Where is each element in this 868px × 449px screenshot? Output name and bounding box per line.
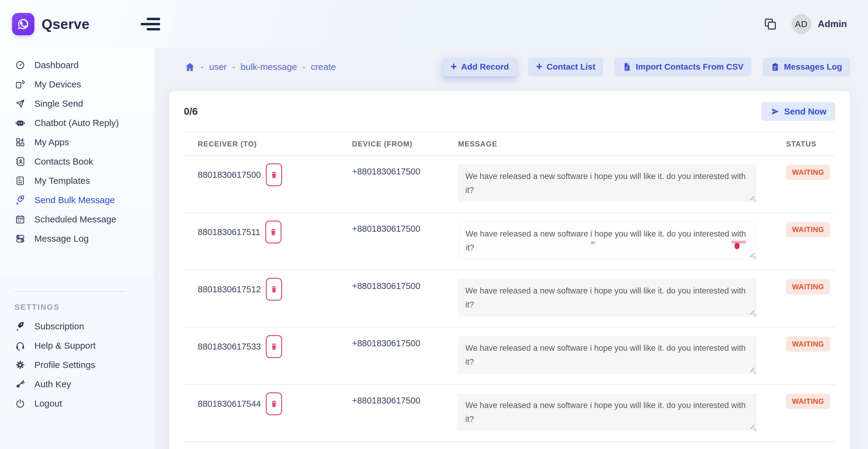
avatar[interactable]: AD xyxy=(792,14,811,34)
key-icon xyxy=(14,379,26,389)
breadcrumb-separator: - xyxy=(302,62,305,72)
topbar: Qserve AD Admin xyxy=(0,0,868,48)
device-number: +8801830617500 xyxy=(338,327,444,385)
device-number: +8801830617500 xyxy=(338,213,444,270)
sidebar-item-my-templates[interactable]: My Templates xyxy=(0,171,154,190)
sidebar: Dashboard My Devices Single Send Chatbot… xyxy=(0,48,154,449)
breadcrumb-bulk-message[interactable]: bulk-message xyxy=(241,62,297,72)
rocket-icon xyxy=(14,195,26,205)
sidebar-item-label: My Apps xyxy=(34,137,69,147)
sidebar-item-help-support[interactable]: Help & Support xyxy=(0,336,154,355)
import-contacts-csv-button[interactable]: Import Contacts From CSV xyxy=(615,58,751,76)
power-icon xyxy=(14,398,26,409)
send-progress-counter: 0/6 xyxy=(184,106,198,117)
sidebar-item-chatbot[interactable]: Chatbot (Auto Reply) xyxy=(0,113,154,133)
receiver-number: 8801830617511 xyxy=(198,227,260,237)
message-textarea[interactable]: We have released a new software i hope y… xyxy=(458,279,756,317)
column-header-status: STATUS xyxy=(757,132,836,156)
bulk-table: RECEIVER (TO) DEVICE (FROM) MESSAGE STAT… xyxy=(183,132,836,442)
sidebar-item-my-apps[interactable]: My Apps xyxy=(0,133,154,152)
device-signal-icon xyxy=(14,79,26,90)
breadcrumb-user[interactable]: user xyxy=(209,62,227,72)
sidebar-item-logout[interactable]: Logout xyxy=(0,394,154,413)
grammar-checker-dot-icon[interactable] xyxy=(735,243,740,249)
message-text: hope you will like it. do you interested xyxy=(592,229,732,238)
sidebar-item-send-bulk-message[interactable]: Send Bulk Message xyxy=(0,190,154,210)
sidebar-item-label: Chatbot (Auto Reply) xyxy=(34,118,119,128)
message-textarea[interactable]: We have released a new software i hope y… xyxy=(458,393,756,431)
rocket-filled-icon xyxy=(14,321,26,331)
sidebar-item-auth-key[interactable]: Auth Key xyxy=(0,375,154,394)
user-name[interactable]: Admin xyxy=(818,19,847,30)
breadcrumb-home-link[interactable] xyxy=(184,62,195,72)
action-buttons: + Add Record + Contact List Import Conta… xyxy=(443,58,850,76)
sidebar-item-subscription[interactable]: Subscription xyxy=(0,317,154,336)
breadcrumb-create[interactable]: create xyxy=(311,62,336,72)
dashboard-icon xyxy=(14,60,26,70)
send-plane-icon xyxy=(770,107,779,116)
messages-log-button[interactable]: Messages Log xyxy=(763,58,850,76)
receiver-number: 8801830617544 xyxy=(198,399,261,409)
clipboard-icon xyxy=(771,62,780,71)
trash-icon xyxy=(270,285,278,293)
contacts-book-icon xyxy=(14,156,26,167)
delete-row-button[interactable] xyxy=(266,392,282,415)
device-number: +8801830617500 xyxy=(338,156,444,213)
status-badge: WAITING xyxy=(786,394,830,409)
status-badge: WAITING xyxy=(786,279,830,294)
hamburger-icon xyxy=(147,18,160,20)
table-row: 8801830617533 +8801830617500 We have rel… xyxy=(183,327,836,385)
sidebar-item-scheduled-message[interactable]: Scheduled Message xyxy=(0,210,154,229)
sidebar-toggle-button[interactable] xyxy=(138,15,163,33)
receiver-number: 8801830617500 xyxy=(198,170,261,180)
sidebar-item-label: Auth Key xyxy=(34,379,71,389)
settings-heading: SETTINGS xyxy=(0,302,154,312)
sidebar-item-my-devices[interactable]: My Devices xyxy=(0,75,154,94)
import-contacts-label: Import Contacts From CSV xyxy=(636,62,744,72)
send-now-button[interactable]: Send Now xyxy=(761,102,835,121)
trash-icon xyxy=(270,170,278,179)
sidebar-item-message-log[interactable]: Message Log xyxy=(0,229,154,248)
toggles-icon xyxy=(14,233,26,244)
sidebar-item-label: Contacts Book xyxy=(34,156,93,167)
apps-grid-icon xyxy=(14,137,26,147)
sidebar-divider xyxy=(14,291,125,292)
sidebar-item-dashboard[interactable]: Dashboard xyxy=(0,56,154,75)
add-record-button[interactable]: + Add Record xyxy=(443,58,517,76)
delete-row-button[interactable] xyxy=(266,163,282,186)
gear-icon xyxy=(14,360,26,370)
delete-row-button[interactable] xyxy=(266,335,282,358)
message-text: We have released a new software xyxy=(466,229,590,238)
message-textarea[interactable]: We have released a new software i hope y… xyxy=(458,336,756,374)
delete-row-button[interactable] xyxy=(266,278,282,301)
sidebar-item-label: Scheduled Message xyxy=(34,214,116,224)
sidebar-item-label: Profile Settings xyxy=(34,360,95,370)
sidebar-item-profile-settings[interactable]: Profile Settings xyxy=(0,355,154,375)
status-badge: WAITING xyxy=(786,336,830,352)
breadcrumb: - user - bulk-message - create xyxy=(184,62,336,72)
sidebar-item-single-send[interactable]: Single Send xyxy=(0,94,154,113)
sidebar-item-label: Dashboard xyxy=(34,60,79,70)
table-row: 8801830617544 +8801830617500 We have rel… xyxy=(183,385,836,442)
layout-switch-button[interactable] xyxy=(764,18,777,31)
contact-list-button[interactable]: + Contact List xyxy=(528,58,603,76)
spellcheck-underline: with xyxy=(732,227,746,241)
sidebar-item-label: My Devices xyxy=(34,79,81,90)
sidebar-item-label: Message Log xyxy=(34,233,89,244)
sidebar-item-label: Single Send xyxy=(34,99,83,109)
sidebar-item-label: Logout xyxy=(34,398,62,409)
message-textarea[interactable]: We have released a new software i hope y… xyxy=(458,222,756,259)
trash-icon xyxy=(270,342,278,351)
home-icon xyxy=(184,62,195,72)
main-content: - user - bulk-message - create + Add Rec… xyxy=(154,48,868,449)
delete-row-button[interactable] xyxy=(265,221,281,244)
bulk-message-card: 0/6 Send Now RECEIVER (TO) DEVICE (FROM)… xyxy=(169,91,850,449)
receiver-number: 8801830617512 xyxy=(198,285,261,294)
sidebar-item-contacts-book[interactable]: Contacts Book xyxy=(0,152,154,171)
add-record-label: Add Record xyxy=(461,62,509,72)
calendar-icon xyxy=(14,214,26,224)
message-textarea[interactable]: We have released a new software i hope y… xyxy=(458,164,756,202)
whatsapp-icon xyxy=(16,16,31,32)
send-now-label: Send Now xyxy=(784,107,827,117)
trash-icon xyxy=(270,399,278,408)
